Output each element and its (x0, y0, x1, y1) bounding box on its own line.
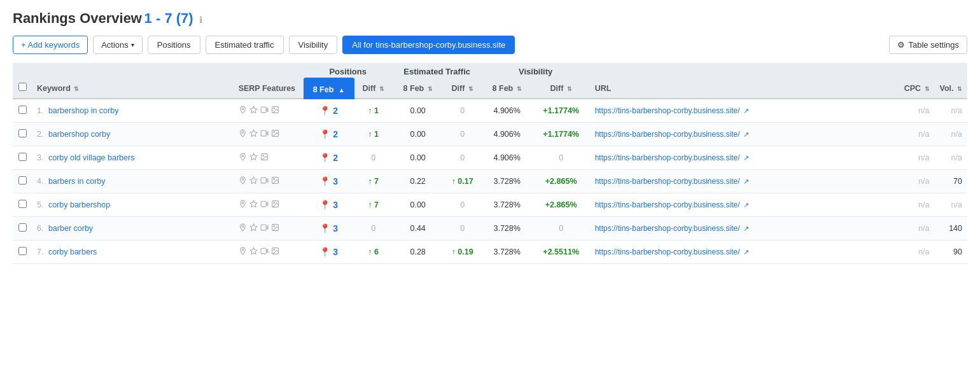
add-keywords-button[interactable]: + Add keywords (13, 36, 88, 54)
external-link-icon[interactable]: ↗ (743, 201, 749, 209)
url-link[interactable]: https://tins-barbershop-corby.business.s… (595, 177, 740, 186)
pin-icon: 📍 (319, 106, 330, 116)
video-icon (260, 129, 269, 139)
tab-positions[interactable]: Positions (148, 36, 200, 54)
checkbox-header[interactable] (13, 78, 32, 99)
group-header-row: Positions Estimated Traffic Visibility (13, 63, 967, 78)
position-value: 2 (333, 153, 338, 163)
et-diff-cell: 0 (444, 123, 482, 146)
serp-features-cell (234, 99, 304, 123)
row-checkbox-cell[interactable] (13, 146, 32, 170)
keyword-link[interactable]: barber corby (48, 224, 93, 233)
table-settings-button[interactable]: ⚙ Table settings (889, 36, 968, 54)
keyword-link[interactable]: barbershop corby (48, 130, 110, 139)
keyword-header[interactable]: Keyword ⇅ (32, 78, 234, 99)
svg-point-15 (262, 155, 263, 157)
et-diff-header[interactable]: Diff ⇅ (444, 78, 482, 99)
pin-icon (239, 153, 247, 163)
row-checkbox[interactable] (18, 247, 27, 255)
row-checkbox-cell[interactable] (13, 99, 32, 123)
select-all-checkbox[interactable] (18, 83, 27, 91)
vis-diff-cell: +1.1774% (533, 123, 590, 146)
table-row: 6. barber corby 📍 3 0 0.44 0 3.728% 0 ht… (13, 217, 967, 240)
vol-header[interactable]: Vol. ⇅ (935, 78, 967, 99)
et-diff-cell: 0 (444, 146, 482, 170)
video-icon (260, 247, 269, 257)
keyword-link[interactable]: corby barbers (48, 247, 97, 256)
external-link-icon[interactable]: ↗ (743, 130, 749, 138)
table-row: 7. corby barbers 📍 3 ↑ 6 0.28 ↑ 0.19 3.7… (13, 240, 967, 264)
serp-header: SERP Features (234, 78, 304, 99)
actions-button[interactable]: Actions ▾ (93, 36, 143, 54)
cpc-sort-icon: ⇅ (925, 86, 930, 92)
position-diff-cell: ↑ 1 (354, 99, 393, 123)
keyword-link[interactable]: corby barbershop (48, 200, 110, 209)
external-link-icon[interactable]: ↗ (743, 178, 749, 185)
url-link[interactable]: https://tins-barbershop-corby.business.s… (595, 224, 740, 233)
et-date-cell: 0.22 (393, 170, 444, 193)
keyword-link[interactable]: corby old village barbers (48, 153, 135, 162)
vis-date-header[interactable]: 8 Feb ⇅ (482, 78, 533, 99)
star-icon (249, 106, 258, 116)
url-cell: https://tins-barbershop-corby.business.s… (590, 123, 899, 146)
position-diff-cell: ↑ 7 (354, 193, 393, 217)
row-checkbox[interactable] (18, 106, 27, 114)
row-checkbox-cell[interactable] (13, 240, 32, 264)
url-link[interactable]: https://tins-barbershop-corby.business.s… (595, 130, 740, 139)
url-header: URL (590, 78, 899, 99)
vis-date-cell: 4.906% (482, 99, 533, 123)
url-cell: https://tins-barbershop-corby.business.s… (590, 146, 899, 170)
url-group-header (590, 63, 899, 78)
et-date-header[interactable]: 8 Feb ⇅ (393, 78, 444, 99)
row-checkbox[interactable] (18, 200, 27, 208)
row-checkbox-cell[interactable] (13, 217, 32, 240)
row-checkbox[interactable] (18, 153, 27, 161)
pin-icon (239, 223, 247, 233)
et-diff-cell: 0 (444, 193, 482, 217)
cpc-header[interactable]: CPC ⇅ (899, 78, 935, 99)
info-icon[interactable]: ℹ (199, 15, 202, 25)
external-link-icon[interactable]: ↗ (743, 107, 749, 115)
svg-marker-7 (250, 130, 257, 136)
image-icon (271, 223, 279, 233)
row-checkbox[interactable] (18, 129, 27, 137)
vol-group-header (935, 63, 967, 78)
pin-icon: 📍 (319, 129, 330, 139)
star-icon (249, 223, 258, 233)
url-link[interactable]: https://tins-barbershop-corby.business.s… (595, 153, 740, 162)
row-checkbox-cell[interactable] (13, 170, 32, 193)
row-checkbox-cell[interactable] (13, 123, 32, 146)
vis-diff-header[interactable]: Diff ⇅ (533, 78, 590, 99)
tab-estimated-traffic[interactable]: Estimated traffic (206, 36, 284, 54)
et-group-header: Estimated Traffic (393, 63, 482, 78)
page-title: Rankings Overview 1 - 7 (7) ℹ (13, 10, 967, 27)
row-checkbox-cell[interactable] (13, 193, 32, 217)
keyword-cell: 6. barber corby (32, 217, 234, 240)
external-link-icon[interactable]: ↗ (743, 248, 749, 256)
keyword-link[interactable]: barbershop in corby (48, 106, 118, 115)
vis-diff-cell: +2.865% (533, 193, 590, 217)
external-link-icon[interactable]: ↗ (743, 225, 749, 232)
row-checkbox[interactable] (18, 223, 27, 232)
table-row: 2. barbershop corby 📍 2 ↑ 1 0.00 0 4.906… (13, 123, 967, 146)
keyword-link[interactable]: barbers in corby (48, 177, 106, 186)
external-link-icon[interactable]: ↗ (743, 154, 749, 162)
url-cell: https://tins-barbershop-corby.business.s… (590, 99, 899, 123)
keyword-cell: 1. barbershop in corby (32, 99, 234, 123)
sort-arrows-icon: ▲ (339, 87, 345, 94)
etdiff-sort-icon: ⇅ (468, 86, 473, 92)
url-link[interactable]: https://tins-barbershop-corby.business.s… (595, 106, 740, 115)
url-link[interactable]: https://tins-barbershop-corby.business.s… (595, 247, 740, 256)
row-checkbox[interactable] (18, 176, 27, 185)
url-link[interactable]: https://tins-barbershop-corby.business.s… (595, 200, 740, 209)
image-icon (260, 153, 269, 163)
tab-all-for-site[interactable]: All for tins-barbershop-corby.business.s… (342, 36, 515, 54)
et-date-cell: 0.00 (393, 99, 444, 123)
positions-date-header[interactable]: 8 Feb ▲ (304, 78, 354, 99)
sort-icon: ⇅ (74, 86, 79, 92)
positions-diff-header[interactable]: Diff ⇅ (354, 78, 393, 99)
et-date-cell: 0.00 (393, 123, 444, 146)
tab-visibility[interactable]: Visibility (289, 36, 338, 54)
position-diff-cell: ↑ 7 (354, 170, 393, 193)
pin-icon: 📍 (319, 153, 330, 163)
